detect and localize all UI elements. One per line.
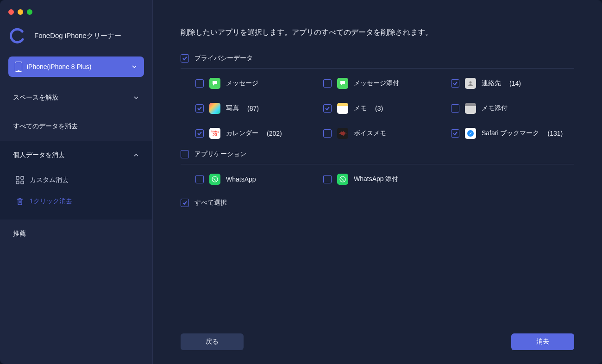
checkbox-safari[interactable] <box>451 129 459 138</box>
svg-rect-2 <box>16 181 19 184</box>
checkbox-voice[interactable] <box>323 129 332 138</box>
sidebar-subitem-custom-erase[interactable]: カスタム消去 <box>0 169 152 191</box>
item-label: WhatsApp 添付 <box>354 175 398 183</box>
privacy-items-grid: メッセージメッセージ添付連絡先(14)写真(87)メモ(3)メモ添付Friday… <box>181 78 574 139</box>
checkbox-messages[interactable] <box>195 79 204 88</box>
ic-whatsapp-icon <box>209 174 220 185</box>
item-label: メモ <box>354 104 367 113</box>
item-safari[interactable]: Safari ブックマーク(131) <box>451 128 574 139</box>
ic-contacts-icon <box>465 78 476 89</box>
checkbox-apps-section[interactable] <box>181 150 189 158</box>
item-voice[interactable]: ボイスメモ <box>323 128 446 139</box>
erase-button[interactable]: 消去 <box>511 333 574 350</box>
item-msg_attach[interactable]: メッセージ添付 <box>323 78 446 89</box>
device-selector[interactable]: iPhone(iPhone 8 Plus) <box>8 56 144 77</box>
item-label: ボイスメモ <box>354 129 386 138</box>
phone-icon <box>15 62 22 72</box>
item-count: (202) <box>267 130 282 137</box>
checkbox-privacy-section[interactable] <box>181 54 189 63</box>
ic-calendar-icon: Friday23 <box>209 128 220 139</box>
item-count: (3) <box>375 105 383 112</box>
item-contacts[interactable]: 連絡先(14) <box>451 78 574 89</box>
ic-messages-icon <box>209 78 220 89</box>
sidebar-subitem-one-click-erase[interactable]: 1クリック消去 <box>0 191 152 212</box>
item-count: (14) <box>509 80 521 87</box>
ic-safari-icon <box>465 128 476 139</box>
item-label: メッセージ添付 <box>354 79 399 88</box>
app-window: FoneDog iPhoneクリーナー iPhone(iPhone 8 Plus… <box>0 0 602 364</box>
ic-notes-icon <box>337 103 348 114</box>
checkbox-select-all[interactable] <box>181 199 189 207</box>
section-privacy: プライバシーデータ メッセージメッセージ添付連絡先(14)写真(87)メモ(3)… <box>181 54 574 139</box>
checkbox-msg_attach[interactable] <box>323 79 332 88</box>
svg-point-7 <box>340 176 345 182</box>
close-window-icon[interactable] <box>8 9 14 15</box>
item-label: Safari ブックマーク <box>482 129 539 138</box>
minimize-window-icon[interactable] <box>18 9 23 15</box>
svg-rect-3 <box>21 181 24 184</box>
item-notes[interactable]: メモ(3) <box>323 103 446 114</box>
item-label: メモ添付 <box>482 104 508 113</box>
svg-point-4 <box>470 82 472 84</box>
checkbox-whatsapp_att[interactable] <box>323 175 332 183</box>
item-whatsapp_att[interactable]: WhatsApp 添付 <box>323 174 446 185</box>
item-messages[interactable]: メッセージ <box>195 78 319 89</box>
item-notes_attach[interactable]: メモ添付 <box>451 103 574 114</box>
item-calendar[interactable]: Friday23カレンダー(202) <box>195 128 319 139</box>
window-controls <box>0 4 152 23</box>
chevron-down-icon <box>133 94 139 101</box>
brand: FoneDog iPhoneクリーナー <box>0 23 152 56</box>
page-heading: 削除したいアプリを選択します。アプリのすべてのデータを削除されます。 <box>181 28 574 38</box>
item-label: カレンダー <box>226 129 258 138</box>
sidebar-item-erase-all[interactable]: すべてのデータを消去 <box>0 112 152 141</box>
sidebar-subgroup: カスタム消去 1クリック消去 <box>0 169 152 220</box>
ic-notesatt-icon <box>465 103 476 114</box>
chevron-up-icon <box>133 152 139 158</box>
select-all-row[interactable]: すべて選択 <box>181 199 574 207</box>
item-label: 写真 <box>226 104 239 113</box>
main-panel: 削除したいアプリを選択します。アプリのすべてのデータを削除されます。 プライバシ… <box>153 0 602 364</box>
ic-photos-icon <box>209 103 220 114</box>
brand-title: FoneDog iPhoneクリーナー <box>34 31 121 40</box>
ic-whatsapp-icon <box>337 174 348 185</box>
item-photos[interactable]: 写真(87) <box>195 103 319 114</box>
sidebar-item-free-space[interactable]: スペースを解放 <box>0 83 152 112</box>
section-apps: アプリケーション WhatsAppWhatsApp 添付 <box>181 150 574 185</box>
checkbox-whatsapp[interactable] <box>195 175 204 183</box>
item-label: 連絡先 <box>482 79 501 88</box>
sidebar-item-erase-private[interactable]: 個人データを消去 <box>0 141 152 169</box>
svg-rect-0 <box>16 176 19 179</box>
chevron-down-icon <box>131 63 138 70</box>
checkbox-calendar[interactable] <box>195 129 204 138</box>
item-label: メッセージ <box>226 79 258 88</box>
back-button[interactable]: 戻る <box>181 333 244 350</box>
svg-rect-1 <box>21 176 24 179</box>
app-items-grid: WhatsAppWhatsApp 添付 <box>181 174 574 185</box>
trash-icon <box>16 197 24 206</box>
maximize-window-icon[interactable] <box>27 9 32 15</box>
sidebar-item-recommended[interactable]: 推薦 <box>0 220 152 248</box>
section-header-privacy[interactable]: プライバシーデータ <box>181 54 574 69</box>
section-header-apps[interactable]: アプリケーション <box>181 150 574 164</box>
checkbox-photos[interactable] <box>195 104 204 113</box>
item-count: (87) <box>247 105 259 112</box>
item-whatsapp[interactable]: WhatsApp <box>195 174 319 185</box>
checkbox-notes[interactable] <box>323 104 332 113</box>
ic-voice-icon <box>337 128 348 139</box>
svg-point-6 <box>212 176 218 182</box>
sidebar: FoneDog iPhoneクリーナー iPhone(iPhone 8 Plus… <box>0 0 153 364</box>
checkbox-contacts[interactable] <box>451 79 459 88</box>
ic-messages-icon <box>337 78 348 89</box>
item-count: (131) <box>547 130 563 137</box>
grid-icon <box>16 176 24 184</box>
device-label: iPhone(iPhone 8 Plus) <box>27 63 91 70</box>
item-label: WhatsApp <box>226 176 256 183</box>
brand-logo-icon <box>10 28 26 44</box>
footer: 戻る 消去 <box>181 333 574 350</box>
checkbox-notes_attach[interactable] <box>451 104 459 113</box>
